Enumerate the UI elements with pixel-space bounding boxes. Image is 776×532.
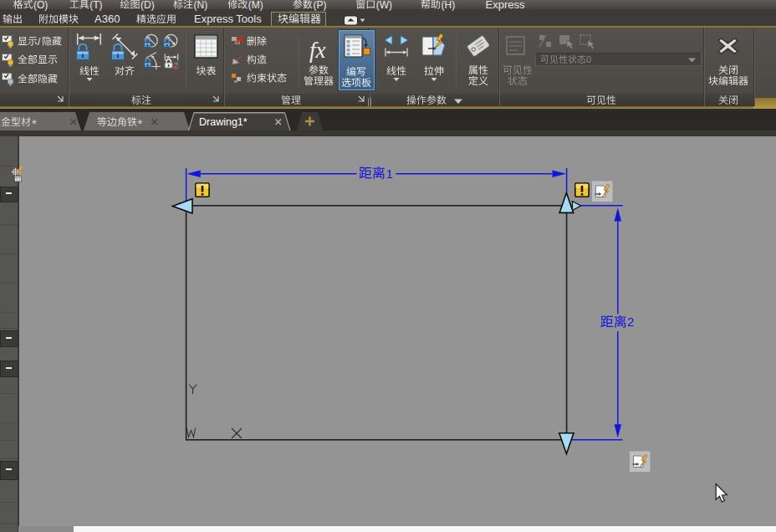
svg-text:*: * bbox=[32, 116, 37, 130]
svg-text:fx: fx bbox=[309, 38, 326, 63]
svg-text:(M): (M) bbox=[248, 0, 263, 11]
svg-text:(D): (D) bbox=[140, 0, 155, 11]
svg-text:(H): (H) bbox=[442, 0, 456, 11]
svg-text:(W): (W) bbox=[376, 0, 392, 11]
svg-text:Express Tools: Express Tools bbox=[194, 13, 262, 25]
svg-text:/: / bbox=[38, 36, 41, 48]
svg-text:0: 0 bbox=[586, 54, 591, 64]
svg-text:2: 2 bbox=[627, 315, 634, 329]
svg-text:(N): (N) bbox=[194, 0, 208, 11]
svg-text:A360: A360 bbox=[94, 13, 120, 25]
svg-text:Express: Express bbox=[486, 0, 525, 11]
svg-text:(O): (O) bbox=[33, 0, 48, 11]
svg-text:Drawing1*: Drawing1* bbox=[199, 116, 248, 128]
svg-text:*: * bbox=[138, 116, 143, 130]
svg-text:(P): (P) bbox=[313, 0, 326, 11]
svg-text:1: 1 bbox=[386, 166, 393, 181]
svg-text:(T): (T) bbox=[89, 0, 102, 11]
